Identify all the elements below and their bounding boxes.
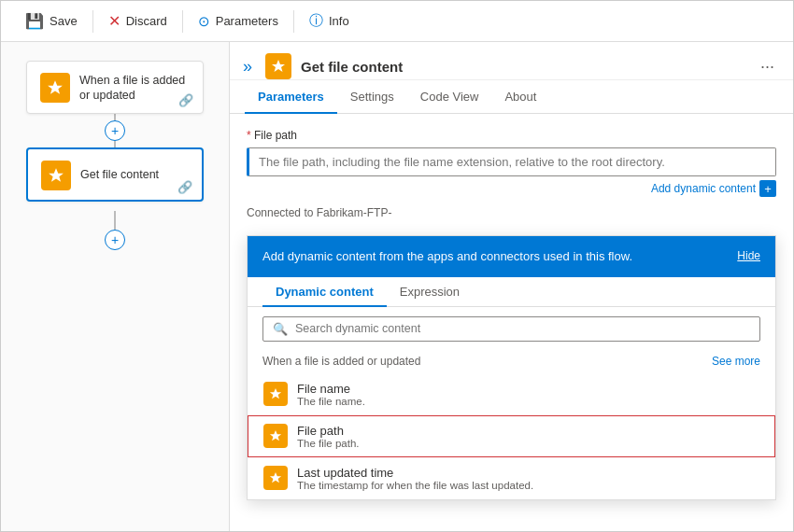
- tabs-row: Parameters Settings Code View About: [230, 80, 793, 114]
- flow-plus-bottom: +: [105, 211, 125, 250]
- discard-icon: ✕: [108, 12, 121, 30]
- action-card-link-icon: 🔗: [177, 180, 192, 194]
- trigger-card-text: When a file is added or updated: [79, 73, 190, 104]
- toolbar: 💾 Save ✕ Discard ⊙ Parameters ⓘ Info: [1, 1, 793, 42]
- more-options-button[interactable]: ···: [757, 56, 778, 77]
- right-header-icon: [265, 53, 291, 79]
- flow-connector-1: +: [105, 114, 125, 147]
- parameters-icon: ⊙: [198, 13, 210, 30]
- see-more-link[interactable]: See more: [712, 355, 760, 368]
- bottom-line: [114, 211, 116, 230]
- discard-button[interactable]: ✕ Discard: [95, 7, 180, 35]
- left-panel: When a file is added or updated 🔗 + Get …: [1, 42, 230, 532]
- trigger-card-link-icon: 🔗: [178, 93, 193, 107]
- popup-tabs: Dynamic content Expression: [248, 277, 775, 307]
- popup-tab-dynamic-content[interactable]: Dynamic content: [262, 277, 387, 307]
- popup-header-text: Add dynamic content from the apps and co…: [262, 247, 728, 266]
- add-dynamic-row: Add dynamic content +: [247, 180, 776, 197]
- popup-tab-expression[interactable]: Expression: [387, 277, 473, 307]
- tab-about[interactable]: About: [491, 80, 549, 114]
- popup-item-filepath-icon: [263, 424, 288, 448]
- tab-parameters[interactable]: Parameters: [245, 80, 337, 114]
- connector-plus-1[interactable]: +: [105, 120, 125, 141]
- right-header-title: Get file content: [301, 59, 747, 75]
- action-card[interactable]: Get file content 🔗: [26, 147, 204, 202]
- popup-item-filepath-text: File path The file path.: [297, 424, 359, 449]
- trigger-card[interactable]: When a file is added or updated 🔗: [26, 61, 204, 114]
- popup-item-filename-icon: [263, 382, 288, 406]
- parameters-button[interactable]: ⊙ Parameters: [185, 7, 291, 35]
- toolbar-divider-1: [92, 10, 93, 33]
- main-layout: When a file is added or updated 🔗 + Get …: [1, 42, 793, 532]
- file-path-label-text: File path: [254, 129, 297, 142]
- popup-item-lastupdated[interactable]: Last updated time The timestamp for when…: [248, 457, 775, 499]
- right-header: » Get file content ···: [230, 42, 793, 80]
- required-marker: *: [247, 129, 251, 142]
- toolbar-divider-3: [293, 10, 294, 33]
- file-path-label: * File path: [247, 129, 776, 142]
- discard-label: Discard: [126, 14, 167, 28]
- popup-item-lastupdated-text: Last updated time The timestamp for when…: [297, 466, 533, 491]
- popup-item-filename-desc: The file name.: [297, 396, 365, 407]
- info-label: Info: [329, 14, 349, 28]
- popup-item-filepath-name: File path: [297, 424, 359, 438]
- popup-item-filepath[interactable]: File path The file path.: [248, 415, 775, 457]
- connected-label: Connected to Fabrikam-FTP-: [247, 206, 776, 219]
- action-card-text: Get file content: [80, 167, 159, 182]
- toolbar-divider-2: [182, 10, 183, 33]
- popup-section-label: When a file is added or updated See more: [248, 351, 775, 373]
- info-button[interactable]: ⓘ Info: [296, 7, 362, 35]
- popup-search-box[interactable]: 🔍: [262, 316, 760, 342]
- save-label: Save: [50, 14, 78, 28]
- popup-header: Add dynamic content from the apps and co…: [248, 236, 775, 277]
- content-area: * File path Add dynamic content + Connec…: [230, 114, 793, 532]
- add-dynamic-btn[interactable]: +: [759, 180, 776, 197]
- popup-item-filepath-desc: The file path.: [297, 438, 359, 449]
- popup-item-lastupdated-name: Last updated time: [297, 466, 533, 480]
- right-panel: » Get file content ··· Parameters Settin…: [230, 42, 793, 532]
- popup-item-lastupdated-desc: The timestamp for when the file was last…: [297, 480, 533, 491]
- parameters-label: Parameters: [216, 14, 278, 28]
- save-icon: 💾: [25, 12, 44, 30]
- search-icon: 🔍: [273, 322, 288, 336]
- info-icon: ⓘ: [309, 12, 323, 30]
- popup-item-lastupdated-icon: [263, 466, 288, 490]
- popup-search-input[interactable]: [295, 322, 750, 335]
- collapse-button[interactable]: »: [243, 58, 252, 75]
- popup-section-label-text: When a file is added or updated: [262, 355, 420, 368]
- tab-code-view[interactable]: Code View: [407, 80, 492, 114]
- connector-line-2: [114, 141, 116, 147]
- connector-line-1: [114, 114, 116, 120]
- file-path-input[interactable]: [247, 147, 776, 176]
- trigger-card-icon: [40, 73, 70, 103]
- popup-hide-button[interactable]: Hide: [737, 247, 760, 262]
- add-dynamic-link[interactable]: Add dynamic content: [651, 182, 756, 195]
- popup-item-filename-text: File name The file name.: [297, 382, 365, 407]
- popup-item-filename-name: File name: [297, 382, 365, 396]
- popup-item-filename[interactable]: File name The file name.: [248, 373, 775, 415]
- bottom-plus[interactable]: +: [105, 230, 125, 250]
- tab-settings[interactable]: Settings: [337, 80, 407, 114]
- action-card-icon: [41, 161, 71, 190]
- save-button[interactable]: 💾 Save: [12, 7, 91, 35]
- dynamic-content-popup: Add dynamic content from the apps and co…: [247, 235, 776, 500]
